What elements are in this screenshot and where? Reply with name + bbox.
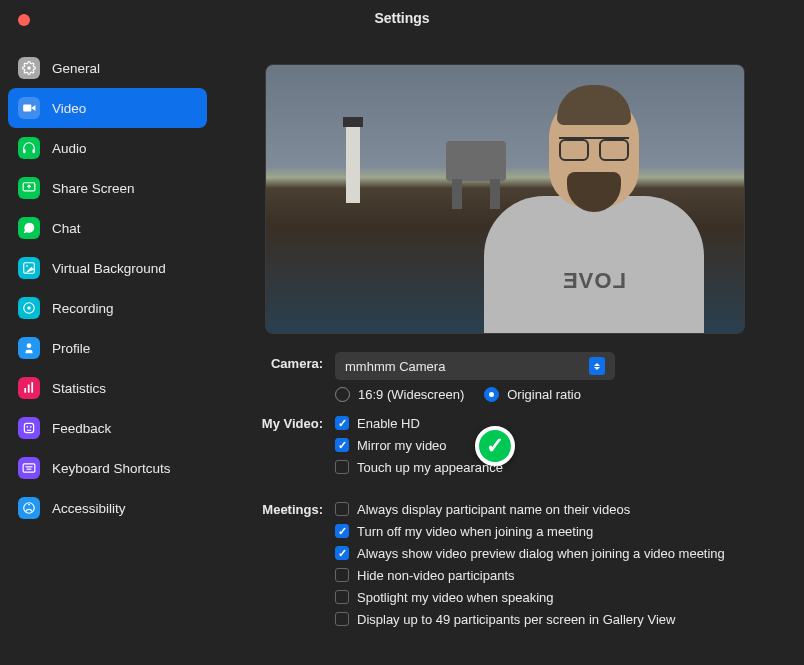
svg-rect-13: [31, 382, 33, 393]
checkbox-icon: [335, 502, 349, 516]
video-preview: LOVE: [265, 64, 745, 334]
share-screen-icon: [18, 177, 40, 199]
statistics-icon: [18, 377, 40, 399]
checkbox-icon: [335, 416, 349, 430]
svg-rect-17: [23, 464, 35, 472]
checkbox-touch-up-my-appearance[interactable]: Touch up my appearance: [335, 456, 776, 478]
close-icon[interactable]: [18, 14, 30, 26]
my-video-label: My Video:: [251, 412, 335, 478]
checkbox-label: Mirror my video: [357, 438, 447, 453]
camera-select-value: mmhmm Camera: [345, 359, 445, 374]
checkbox-label: Spotlight my video when speaking: [357, 590, 554, 605]
sidebar-item-accessibility[interactable]: Accessibility: [8, 488, 207, 528]
radio-original-label: Original ratio: [507, 387, 581, 402]
svg-point-7: [26, 265, 28, 267]
svg-point-15: [26, 426, 28, 428]
svg-point-0: [27, 66, 31, 70]
checkbox-always-display-participant-nam[interactable]: Always display participant name on their…: [335, 498, 776, 520]
select-arrows-icon: [589, 357, 605, 375]
svg-rect-19: [27, 469, 32, 470]
svg-rect-3: [23, 149, 25, 153]
gear-icon: [18, 57, 40, 79]
sidebar-item-audio[interactable]: Audio: [8, 128, 207, 168]
sidebar-item-general[interactable]: General: [8, 48, 207, 88]
checkbox-icon: [335, 438, 349, 452]
checkbox-label: Touch up my appearance: [357, 460, 503, 475]
image-icon: [18, 257, 40, 279]
radio-original[interactable]: Original ratio: [484, 387, 581, 402]
radio-widescreen-label: 16:9 (Widescreen): [358, 387, 464, 402]
sidebar-item-label: Virtual Background: [52, 261, 166, 276]
checkbox-icon: [335, 460, 349, 474]
checkbox-label: Always display participant name on their…: [357, 502, 630, 517]
sidebar-item-statistics[interactable]: Statistics: [8, 368, 207, 408]
checkbox-hide-non-video-participants[interactable]: Hide non-video participants: [335, 564, 776, 586]
checkbox-always-show-video-preview-dial[interactable]: Always show video preview dialog when jo…: [335, 542, 776, 564]
profile-icon: [18, 337, 40, 359]
sidebar-item-label: Accessibility: [52, 501, 126, 516]
sidebar-item-label: Profile: [52, 341, 90, 356]
svg-point-21: [28, 504, 30, 506]
sidebar-item-virtual-background[interactable]: Virtual Background: [8, 248, 207, 288]
sidebar-item-profile[interactable]: Profile: [8, 328, 207, 368]
meetings-label: Meetings:: [251, 498, 335, 630]
svg-rect-18: [26, 466, 33, 467]
sidebar-item-chat[interactable]: Chat: [8, 208, 207, 248]
sidebar-item-keyboard-shortcuts[interactable]: Keyboard Shortcuts: [8, 448, 207, 488]
radio-widescreen[interactable]: 16:9 (Widescreen): [335, 387, 464, 402]
svg-marker-2: [31, 105, 35, 111]
person-preview: LOVE: [464, 93, 724, 333]
checkbox-label: Enable HD: [357, 416, 420, 431]
main-panel: LOVE Camera: mmhmm Camera 16:9 (Widescre…: [215, 36, 804, 665]
sidebar-item-video[interactable]: Video: [8, 88, 207, 128]
window-title: Settings: [374, 10, 429, 26]
chat-icon: [18, 217, 40, 239]
svg-rect-12: [28, 385, 30, 393]
radio-icon: [335, 387, 350, 402]
sidebar-item-label: Statistics: [52, 381, 106, 396]
checkbox-label: Hide non-video participants: [357, 568, 515, 583]
shirt-text: LOVE: [562, 268, 626, 294]
svg-rect-4: [33, 149, 35, 153]
sidebar-item-recording[interactable]: Recording: [8, 288, 207, 328]
svg-rect-14: [24, 423, 33, 432]
svg-point-16: [30, 426, 32, 428]
sidebar-item-label: Video: [52, 101, 86, 116]
feedback-icon: [18, 417, 40, 439]
record-icon: [18, 297, 40, 319]
sidebar-item-label: Keyboard Shortcuts: [52, 461, 171, 476]
checkbox-enable-hd[interactable]: Enable HD: [335, 412, 776, 434]
checkbox-icon: [335, 590, 349, 604]
keyboard-icon: [18, 457, 40, 479]
video-icon: [18, 97, 40, 119]
sidebar-item-share-screen[interactable]: Share Screen: [8, 168, 207, 208]
checkbox-label: Turn off my video when joining a meeting: [357, 524, 593, 539]
sidebar-item-label: Audio: [52, 141, 87, 156]
camera-label: Camera:: [251, 352, 335, 406]
lighthouse-decoration: [346, 125, 360, 203]
checkbox-mirror-my-video[interactable]: Mirror my video: [335, 434, 776, 456]
camera-select[interactable]: mmhmm Camera: [335, 352, 615, 380]
svg-rect-1: [23, 105, 31, 112]
checkbox-icon: [335, 546, 349, 560]
headphones-icon: [18, 137, 40, 159]
checkbox-spotlight-my-video-when-speaki[interactable]: Spotlight my video when speaking: [335, 586, 776, 608]
checkbox-turn-off-my-video-when-joining[interactable]: Turn off my video when joining a meeting: [335, 520, 776, 542]
checkbox-display-up-to-49-participants-[interactable]: Display up to 49 participants per screen…: [335, 608, 776, 630]
sidebar-item-label: General: [52, 61, 100, 76]
titlebar: Settings: [0, 0, 804, 36]
checkbox-icon: [335, 524, 349, 538]
sidebar: GeneralVideoAudioShare ScreenChatVirtual…: [0, 36, 215, 665]
checkbox-label: Display up to 49 participants per screen…: [357, 612, 675, 627]
sidebar-item-label: Share Screen: [52, 181, 135, 196]
svg-point-9: [27, 306, 31, 310]
checkbox-icon: [335, 612, 349, 626]
sidebar-item-label: Chat: [52, 221, 81, 236]
svg-rect-11: [24, 388, 26, 393]
sidebar-item-label: Recording: [52, 301, 114, 316]
svg-point-10: [27, 343, 32, 348]
radio-icon: [484, 387, 499, 402]
sidebar-item-feedback[interactable]: Feedback: [8, 408, 207, 448]
sidebar-item-label: Feedback: [52, 421, 111, 436]
content-area: GeneralVideoAudioShare ScreenChatVirtual…: [0, 36, 804, 665]
